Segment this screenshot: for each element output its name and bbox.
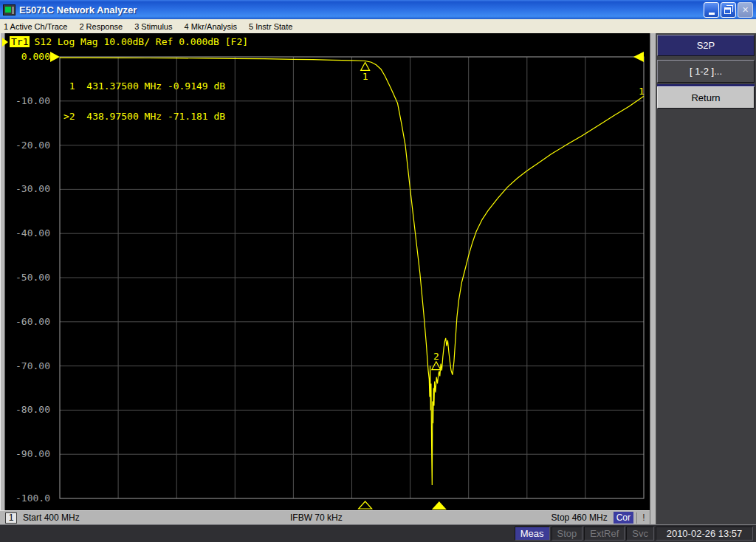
y-tick-50: -50.00 <box>4 272 50 283</box>
ref-level-indicator-right <box>633 52 644 62</box>
alert-indicator: ! <box>639 512 648 523</box>
softkey-return-button[interactable]: Return <box>657 86 755 109</box>
meas-status-badge: Meas <box>515 526 550 541</box>
trace-format-text: S12 Log Mag 10.00dB/ Ref 0.000dB [F2] <box>34 36 248 47</box>
menu-item-response[interactable]: 2 Response <box>75 21 130 32</box>
app-window: E5071C Network Analyzer ✕ 1 Active Ch/Tr… <box>0 0 756 542</box>
y-tick-100: -100.0 <box>4 493 50 504</box>
trace-number-label: 1 <box>639 86 645 97</box>
marker-2-stimulus-indicator <box>432 501 447 510</box>
minimize-icon <box>709 13 715 15</box>
channel-number-badge: 1 <box>5 512 17 524</box>
y-tick-90: -90.00 <box>4 449 50 459</box>
menu-item-stimulus[interactable]: 3 Stimulus <box>130 21 179 32</box>
channel-status-bar: 1 Start 400 MHz IFBW 70 kHz Stop 460 MHz… <box>0 510 650 524</box>
restore-icon <box>724 7 731 14</box>
analyzer-screen: 112 Tr1 S12 Log Mag 10.00dB/ Ref 0.000dB… <box>0 33 756 524</box>
menu-item-mkr-analysis[interactable]: 4 Mkr/Analysis <box>179 21 244 32</box>
close-button[interactable]: ✕ <box>738 2 753 18</box>
marker-1-glyph <box>361 62 370 70</box>
marker-1-readout: 1 431.37500 MHz -0.9149 dB <box>63 81 225 92</box>
y-tick-60: -60.00 <box>4 317 50 327</box>
menu-bar: 1 Active Ch/Trace 2 Response 3 Stimulus … <box>0 19 756 33</box>
marker-1-number: 1 <box>362 71 368 82</box>
y-tick-ref: 0.000 <box>4 52 50 62</box>
softkey-scroll-strip <box>650 33 656 524</box>
y-tick-20: -20.00 <box>4 140 50 151</box>
menu-item-active-ch-trace[interactable]: 1 Active Ch/Trace <box>0 21 75 32</box>
stop-status-badge: Stop <box>551 526 583 541</box>
window-controls: ✕ <box>704 2 756 18</box>
marker-2-number: 2 <box>433 351 439 362</box>
ref-level-indicator-left <box>50 52 60 62</box>
marker-2-readout: >2 438.97500 MHz -71.181 dB <box>63 112 225 122</box>
app-icon <box>3 4 16 16</box>
marker-readout: 1 431.37500 MHz -0.9149 dB >2 438.97500 … <box>63 61 225 141</box>
extref-status-badge: ExtRef <box>584 526 625 541</box>
close-icon: ✕ <box>742 5 749 15</box>
restore-button[interactable] <box>721 2 736 18</box>
softkey-sidebar: S2P [ 1-2 ]... Return <box>650 33 756 524</box>
svc-status-badge: Svc <box>626 526 654 541</box>
y-tick-70: -70.00 <box>4 361 50 371</box>
y-tick-10: -10.00 <box>4 96 50 106</box>
menu-item-instr-state[interactable]: 5 Instr State <box>244 21 300 32</box>
minimize-button[interactable] <box>704 2 719 18</box>
softkey-port-pair-button[interactable]: [ 1-2 ]... <box>657 60 755 83</box>
trace-label[interactable]: Tr1 <box>10 36 30 47</box>
trace-info-bar: Tr1 S12 Log Mag 10.00dB/ Ref 0.000dB [F2… <box>2 36 248 47</box>
ifbw-label: IFBW 70 kHz <box>290 512 343 523</box>
start-frequency-label: Start 400 MHz <box>23 512 80 523</box>
datetime-display: 2010-02-26 13:57 <box>656 526 753 541</box>
status-divider <box>636 512 637 524</box>
window-title: E5071C Network Analyzer <box>19 4 137 16</box>
marker-1-stimulus-indicator <box>359 501 372 509</box>
active-trace-pointer-icon <box>2 38 8 47</box>
y-tick-30: -30.00 <box>4 184 50 194</box>
instrument-status-bar: Meas Stop ExtRef Svc 2010-02-26 13:57 <box>0 524 756 542</box>
title-bar: E5071C Network Analyzer ✕ <box>0 0 756 19</box>
softkey-menu-title: S2P <box>657 35 755 56</box>
y-tick-80: -80.00 <box>4 405 50 415</box>
y-tick-40: -40.00 <box>4 228 50 239</box>
stop-frequency-label: Stop 460 MHz <box>551 512 608 523</box>
correction-status-badge: Cor <box>614 512 633 524</box>
